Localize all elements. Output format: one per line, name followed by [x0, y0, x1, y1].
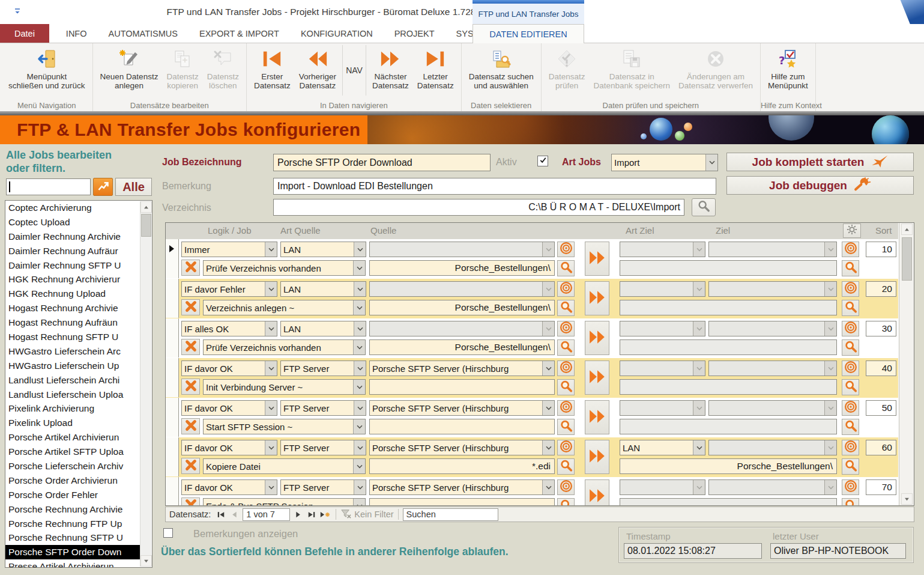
- delete-step-button[interactable]: [181, 339, 200, 355]
- chevron-down-icon[interactable]: [824, 321, 836, 336]
- target-path-field[interactable]: Porsche_Bestellungen\: [620, 458, 837, 474]
- delete-step-button[interactable]: [181, 497, 200, 506]
- ribbon-button-vorheriger-datensatz[interactable]: VorherigerDatensatz: [295, 45, 340, 91]
- ziel-select[interactable]: [708, 479, 837, 495]
- chevron-down-icon[interactable]: [693, 242, 705, 257]
- art-ziel-select[interactable]: [620, 361, 705, 376]
- condition-select[interactable]: IF alles OK: [181, 321, 277, 336]
- ziel-target-button[interactable]: [842, 361, 859, 376]
- scrollbar-thumb[interactable]: [902, 237, 912, 281]
- target-search-button[interactable]: [842, 300, 859, 316]
- condition-select[interactable]: Immer: [181, 242, 277, 257]
- nav-first-icon[interactable]: [215, 509, 227, 520]
- ziel-select[interactable]: [708, 400, 837, 416]
- source-path-field[interactable]: *.edi: [369, 458, 555, 474]
- ziel-target-button[interactable]: [842, 281, 859, 297]
- chevron-down-icon[interactable]: [542, 361, 554, 376]
- source-path-field[interactable]: Porsche_Bestellungen\: [369, 260, 555, 276]
- list-item[interactable]: Porsche Order Archivierun: [5, 473, 142, 488]
- target-path-field[interactable]: [620, 498, 837, 506]
- list-item[interactable]: HGK Rechnung Archivierur: [5, 272, 142, 287]
- quelle-select[interactable]: Porsche SFTP Server (Hirschburg: [369, 361, 555, 376]
- quelle-target-button[interactable]: [557, 361, 575, 376]
- action-select[interactable]: Verzeichnis anlegen ~: [203, 300, 366, 315]
- delete-step-button[interactable]: [181, 299, 200, 315]
- ribbon-button-hilfe-zum-menüpunkt[interactable]: ?Hilfe zumMenüpunkt: [764, 45, 812, 91]
- list-item[interactable]: Porsche Rechnung FTP Up: [5, 517, 142, 531]
- list-item[interactable]: Porsche Artikel SFTP Uploa: [5, 445, 142, 459]
- list-item[interactable]: HGK Rechnung Upload: [5, 287, 142, 301]
- chevron-down-icon[interactable]: [693, 282, 705, 296]
- verzeichnis-input[interactable]: C:\B Ü R O M A T - DELUXE\Import: [273, 199, 684, 216]
- source-path-field[interactable]: [369, 379, 555, 395]
- chevron-down-icon[interactable]: [265, 282, 277, 296]
- target-search-button[interactable]: [842, 260, 859, 276]
- filter-status[interactable]: Kein Filter: [340, 509, 393, 520]
- chevron-down-icon[interactable]: [542, 282, 554, 296]
- sort-input[interactable]: 20: [866, 281, 896, 297]
- run-step-button[interactable]: [585, 361, 609, 395]
- scroll-down-icon[interactable]: [901, 493, 913, 505]
- list-item[interactable]: Pixelink Archivierung: [5, 401, 142, 416]
- ribbon-button-datensatz-prüfen[interactable]: Datensatzprüfen: [545, 45, 590, 91]
- chevron-down-icon[interactable]: [824, 440, 836, 455]
- alle-button[interactable]: Alle: [115, 178, 152, 196]
- ziel-target-button[interactable]: [842, 321, 859, 336]
- delete-step-button[interactable]: [181, 379, 200, 395]
- chevron-down-icon[interactable]: [542, 480, 554, 494]
- art-quelle-select[interactable]: FTP Server: [280, 479, 366, 495]
- run-step-button[interactable]: [585, 400, 609, 434]
- target-search-button[interactable]: [842, 379, 859, 395]
- chevron-down-icon[interactable]: [353, 300, 365, 315]
- chevron-down-icon[interactable]: [265, 401, 277, 415]
- target-search-button[interactable]: [842, 339, 859, 356]
- run-step-button[interactable]: [585, 479, 609, 506]
- chevron-down-icon[interactable]: [542, 321, 554, 336]
- sort-input[interactable]: 10: [866, 242, 896, 257]
- chevron-down-icon[interactable]: [353, 340, 365, 354]
- record-selector-cell[interactable]: [166, 437, 179, 476]
- source-path-field[interactable]: Porsche_Bestellungen\: [369, 339, 555, 355]
- art-quelle-select[interactable]: FTP Server: [280, 400, 366, 416]
- target-path-field[interactable]: [620, 260, 837, 276]
- delete-step-button[interactable]: [181, 260, 200, 276]
- chevron-down-icon[interactable]: [542, 242, 554, 257]
- record-selector-cell[interactable]: [166, 279, 179, 318]
- source-search-button[interactable]: [557, 379, 575, 395]
- list-item[interactable]: Hogast Rechnung Archivie: [5, 301, 142, 315]
- chevron-down-icon[interactable]: [353, 419, 365, 434]
- chevron-down-icon[interactable]: [354, 242, 366, 257]
- source-search-button[interactable]: [557, 419, 575, 435]
- ziel-select[interactable]: [708, 361, 837, 376]
- target-search-button[interactable]: [842, 458, 859, 475]
- chevron-down-icon[interactable]: [354, 321, 366, 336]
- filter-apply-button[interactable]: [93, 178, 113, 196]
- ribbon-button-erster-datensatz[interactable]: ErsterDatensatz: [250, 45, 295, 91]
- source-search-button[interactable]: [557, 339, 575, 356]
- ziel-select[interactable]: [708, 321, 837, 336]
- chevron-down-icon[interactable]: [265, 440, 277, 455]
- quelle-target-button[interactable]: [557, 242, 575, 257]
- list-item[interactable]: Porsche Rechnung Archivie: [5, 502, 142, 517]
- source-search-button[interactable]: [557, 260, 575, 276]
- debug-job-button[interactable]: Job debuggen: [726, 176, 914, 195]
- chevron-down-icon[interactable]: [693, 321, 705, 336]
- chevron-down-icon[interactable]: [542, 401, 554, 415]
- ribbon-button-datensatz-suchen-und-auswählen[interactable]: Datensatz suchenund auswählen: [465, 45, 538, 91]
- quelle-select[interactable]: [369, 281, 555, 297]
- tab-datei[interactable]: Datei: [0, 24, 49, 43]
- bemerkung-input[interactable]: Import - Download EDI Bestellungen: [273, 178, 716, 195]
- grid-scrollbar[interactable]: [899, 223, 914, 505]
- tab-export-import[interactable]: EXPORT & IMPORT: [190, 24, 289, 43]
- target-path-field[interactable]: [620, 379, 837, 395]
- customize-toolbar-icon[interactable]: [13, 7, 23, 16]
- sort-input[interactable]: 40: [866, 361, 896, 376]
- ribbon-button-datensatz-in-datenbank-speichern[interactable]: Datensatz inDatenbank speichern: [590, 45, 675, 91]
- source-path-field[interactable]: Porsche_Bestellungen\: [369, 300, 555, 315]
- list-item[interactable]: HWGastro Lieferschein Up: [5, 359, 142, 373]
- art-ziel-select[interactable]: LAN: [620, 440, 705, 455]
- list-item[interactable]: Landlust Lieferschein Archi: [5, 373, 142, 388]
- chevron-down-icon[interactable]: [353, 499, 365, 506]
- action-select[interactable]: Ende & Bye SFTP Session ~: [203, 498, 366, 506]
- scrollbar-thumb[interactable]: [141, 214, 151, 237]
